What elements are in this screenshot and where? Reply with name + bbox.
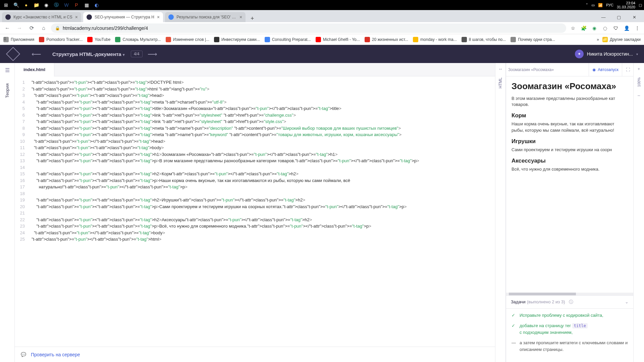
favicon-icon [5, 14, 11, 20]
tasks-header[interactable]: Задачи (выполнено 2 из 3) ⓘ ⌄ [506, 295, 633, 309]
editor-column: index.html 12345678910111213141516171819… [15, 63, 495, 362]
html-tab[interactable]: HTML [498, 77, 503, 88]
bookmarks-bar: ⠿Приложения Pomodoro Tracker... YouTube … [0, 34, 644, 45]
explorer-icon[interactable]: 📁 [32, 1, 40, 9]
bookmark-item[interactable]: Michael Ghelfi - Yo... [316, 37, 360, 42]
new-tab-button[interactable]: + [248, 15, 257, 22]
code-editor[interactable]: 1234567891011121314151617181920212223242… [15, 76, 495, 347]
bookmark-item[interactable]: Consulting Preparat... [265, 37, 311, 42]
editor-file-tab[interactable]: index.html [15, 63, 54, 76]
window-minimize-button[interactable]: — [596, 12, 611, 22]
tray-lang[interactable]: РУС [606, 3, 613, 7]
autorun-toggle[interactable]: ◉ Автозапуск [589, 63, 622, 76]
star-icon[interactable]: ☆ [569, 24, 577, 32]
menu-icon[interactable]: ☰ [5, 67, 10, 73]
chrome-icon[interactable]: ● [22, 1, 30, 9]
close-icon[interactable]: × [239, 14, 242, 20]
minus-icon[interactable]: – [638, 93, 640, 98]
tray-notifications-icon[interactable]: ▢ [639, 3, 642, 7]
breadcrumb[interactable]: Структура HTML-документа ▾ [46, 51, 131, 57]
bookmark-item[interactable]: Изменение слов |... [166, 37, 209, 42]
task-item: ✓ Исправьте проблему с кодировкой сайта, [512, 312, 628, 319]
extension-icon[interactable]: ◉ [590, 24, 598, 32]
preview-right-rail: + 100% – [633, 63, 644, 362]
preview-h2: Игрушки [512, 138, 628, 145]
preview-paragraph: Наши корма очень вкусные, так как изгота… [512, 121, 628, 133]
chat-icon[interactable]: 💬 [21, 352, 26, 357]
bookmark-item[interactable]: Инвестируем сами... [214, 37, 260, 42]
favicon-icon [87, 14, 92, 20]
tray-wifi-icon[interactable]: 📶 [598, 3, 603, 7]
chrome-toolbar: ← → ⟳ ⌂ 🔒 htmlacademy.ru/courses/299/cha… [0, 22, 644, 34]
user-menu[interactable]: ✦ Никита Искоростин... ▾ [575, 50, 638, 58]
home-button[interactable]: ⌂ [39, 23, 48, 33]
extension-icon[interactable]: 🛡 [612, 24, 620, 32]
preview-paragraph: В этом магазине представлены разнообразн… [512, 96, 628, 108]
app-icon[interactable]: ◉ [42, 1, 50, 9]
tasks-list: ✓ Исправьте проблему с кодировкой сайта,… [506, 309, 633, 362]
browser-tab-active[interactable]: SEO-улучшения — Структура H × [83, 12, 163, 22]
collapse-icon[interactable]: ⌄ [625, 299, 629, 304]
bookmarks-overflow-icon[interactable]: » [597, 37, 599, 42]
task-item: ✓ добавьте на страницу тег titleс подход… [512, 322, 628, 336]
powerpoint-icon[interactable]: P [72, 1, 80, 9]
menu-icon[interactable]: ⋮ [633, 24, 641, 32]
prev-lesson-button[interactable]: ⟵ [26, 49, 46, 59]
editor-tabs: index.html [15, 63, 495, 76]
task-item: — а затем пропишите метатеги с ключевыми… [512, 340, 628, 353]
skype-icon[interactable]: Ⓢ [52, 1, 60, 9]
preview-header: Зоомагазин «Росомаха» ◉ Автозапуск ⛶ [506, 63, 633, 76]
preview-scrollbar[interactable] [506, 293, 633, 295]
preview-paragraph: Сами проектируем и тестируем игрушки на … [512, 147, 628, 153]
app2-icon[interactable]: ▦ [83, 1, 91, 9]
app3-icon[interactable]: ◐ [93, 1, 101, 9]
search-icon[interactable]: 🔍 [12, 1, 20, 9]
favicon-icon [168, 14, 174, 20]
resize-horizontal-icon[interactable]: ↔ [498, 66, 503, 71]
plus-icon[interactable]: + [638, 66, 640, 71]
start-icon[interactable]: ⊞ [2, 1, 10, 9]
back-button[interactable]: ← [3, 23, 12, 33]
avatar-icon[interactable]: 👤 [623, 24, 631, 32]
browser-tab[interactable]: Результаты поиска для 'SEO' - С × [165, 12, 246, 22]
expand-button[interactable]: ⛶ [622, 63, 633, 76]
logo-icon[interactable] [6, 47, 20, 61]
browser-tab[interactable]: Курс «Знакомство с HTML и CS × [2, 12, 81, 22]
reload-button[interactable]: ⟳ [27, 23, 36, 33]
check-server-button[interactable]: Проверить на сервере [31, 352, 80, 357]
bookmark-item[interactable]: YouTube [87, 37, 110, 42]
bookmark-item[interactable]: monday - work ma... [413, 37, 457, 42]
window-maximize-button[interactable]: ▢ [611, 12, 627, 22]
forward-button[interactable]: → [15, 23, 24, 33]
tray-chevron-icon[interactable]: ˅ [586, 3, 588, 7]
tray-clock[interactable]: 23:04 31.03.2020 [617, 1, 635, 9]
extension-icon[interactable]: ◌ [601, 24, 609, 32]
next-lesson-button[interactable]: ⟶ [143, 49, 163, 59]
preview-h1: Зоомагазин «Росомаха» [512, 81, 628, 92]
bookmark-item[interactable]: 8 шагов, чтобы по... [462, 37, 506, 42]
close-icon[interactable]: × [75, 14, 78, 20]
info-icon[interactable]: ⓘ [569, 299, 573, 305]
preview-title: Зоомагазин «Росомаха» [506, 67, 589, 72]
close-icon[interactable]: × [157, 14, 160, 20]
editor-footer: 💬 Проверить на сервере [15, 347, 495, 362]
bookmark-item[interactable]: Почему одни стра... [511, 37, 555, 42]
window-close-button[interactable]: ✕ [627, 12, 642, 22]
bookmark-item[interactable]: 20 жизненных ист... [365, 37, 408, 42]
windows-taskbar: ⊞ 🔍 ● 📁 ◉ Ⓢ W P ▦ ◐ ˅ ▭ 📶 РУС 23:04 31.0… [0, 0, 644, 10]
address-bar[interactable]: 🔒 htmlacademy.ru/courses/299/challenge/4 [51, 23, 566, 33]
extension-icon[interactable]: 🧩 [580, 24, 588, 32]
dash-icon: — [512, 340, 516, 353]
other-bookmarks-button[interactable]: 📁Другие закладки [602, 37, 641, 42]
lock-icon: 🔒 [55, 26, 60, 31]
theory-tab[interactable]: Теория [5, 83, 10, 98]
check-icon: ✓ [512, 312, 516, 319]
bookmark-item[interactable]: Словарь Мультитр... [115, 37, 161, 42]
preview-body: Зоомагазин «Росомаха» В этом магазине пр… [506, 76, 633, 293]
tray-battery-icon[interactable]: ▭ [591, 3, 595, 7]
lesson-progress: 4/4 [131, 51, 143, 57]
apps-button[interactable]: ⠿Приложения [3, 37, 34, 42]
word-icon[interactable]: W [62, 1, 70, 9]
bookmark-item[interactable]: Pomodoro Tracker... [39, 37, 83, 42]
zoom-label: 100% [637, 77, 641, 87]
